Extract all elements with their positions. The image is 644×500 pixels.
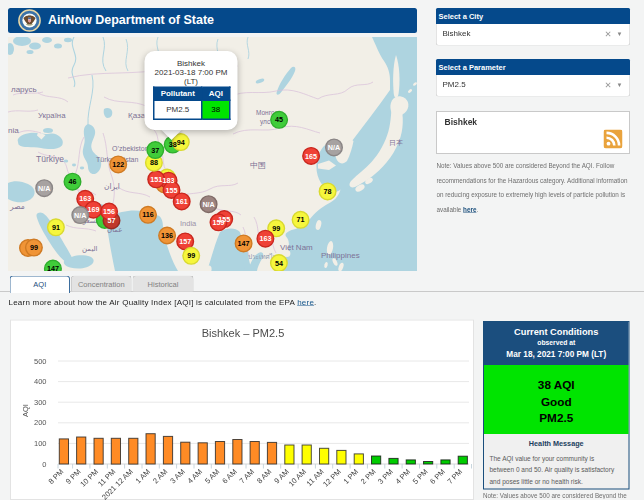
svg-text:200: 200 [34, 418, 47, 427]
svg-text:7 PM: 7 PM [445, 467, 464, 486]
svg-text:ларусь: ларусь [11, 85, 37, 94]
svg-text:10 PM: 10 PM [78, 467, 100, 489]
svg-text:183: 183 [163, 176, 175, 185]
svg-text:300: 300 [34, 398, 47, 407]
svg-text:12 PM: 12 PM [321, 467, 343, 489]
svg-text:78: 78 [324, 187, 332, 196]
svg-text:88: 88 [150, 158, 158, 167]
svg-text:5 AM: 5 AM [203, 467, 221, 485]
svg-text:54: 54 [275, 259, 283, 268]
svg-text:46: 46 [69, 177, 77, 186]
svg-text:0: 0 [42, 460, 46, 469]
svg-text:99: 99 [272, 224, 280, 233]
svg-text:71: 71 [297, 215, 305, 224]
svg-text:اليمن: اليمن [82, 245, 98, 253]
svg-text:159: 159 [213, 218, 225, 227]
svg-text:147: 147 [47, 264, 59, 271]
svg-text:6 AM: 6 AM [220, 467, 238, 485]
svg-text:N/A: N/A [74, 211, 86, 220]
svg-text:99: 99 [187, 251, 195, 260]
svg-text:163: 163 [259, 234, 271, 243]
svg-text:155: 155 [166, 186, 178, 195]
svg-text:147: 147 [238, 239, 250, 248]
svg-text:AQI: AQI [21, 404, 30, 417]
svg-text:161: 161 [176, 197, 188, 206]
svg-text:7 AM: 7 AM [238, 467, 256, 485]
svg-text:116: 116 [142, 210, 154, 219]
svg-text:中国: 中国 [250, 161, 266, 170]
svg-text:163: 163 [79, 194, 91, 203]
svg-text:157: 157 [179, 237, 191, 246]
svg-text:91: 91 [52, 223, 60, 232]
svg-text:151: 151 [150, 175, 162, 184]
svg-text:400: 400 [34, 377, 47, 386]
svg-text:O’zbekiston: O’zbekiston [112, 145, 149, 152]
svg-text:136: 136 [161, 231, 173, 240]
svg-text:3 AM: 3 AM [168, 467, 186, 485]
svg-text:156: 156 [103, 207, 115, 216]
svg-text:8 AM: 8 AM [255, 467, 273, 485]
svg-text:1 AM: 1 AM [134, 467, 152, 485]
svg-text:37: 37 [151, 146, 159, 155]
svg-text:Philippines: Philippines [321, 251, 360, 260]
svg-text:улс: улс [260, 118, 271, 126]
svg-text:مصر: مصر [9, 202, 25, 211]
svg-text:3 PM: 3 PM [376, 467, 395, 486]
svg-text:122: 122 [112, 160, 124, 169]
svg-text:日本: 日本 [389, 139, 403, 147]
svg-text:500: 500 [34, 357, 47, 366]
svg-text:45: 45 [275, 115, 283, 124]
svg-text:57: 57 [108, 216, 116, 225]
svg-text:1 PM: 1 PM [341, 467, 360, 486]
svg-text:4 AM: 4 AM [186, 467, 204, 485]
svg-text:Bishkek – PM2.5: Bishkek – PM2.5 [202, 327, 285, 339]
svg-text:Türkiye: Türkiye [36, 154, 64, 164]
svg-text:5 PM: 5 PM [411, 467, 430, 486]
svg-text:4 PM: 4 PM [393, 467, 412, 486]
svg-text:94: 94 [177, 138, 185, 147]
svg-text:38: 38 [169, 140, 177, 149]
svg-text:10 AM: 10 AM [287, 467, 308, 488]
svg-text:N/A: N/A [202, 200, 214, 209]
svg-text:2 PM: 2 PM [359, 467, 378, 486]
svg-text:nia: nia [8, 126, 19, 135]
svg-text:N/A: N/A [328, 143, 340, 152]
svg-text:6 PM: 6 PM [428, 467, 447, 486]
svg-text:2 AM: 2 AM [151, 467, 169, 485]
svg-text:Україна: Україна [38, 111, 66, 120]
svg-text:169: 169 [87, 205, 99, 214]
svg-text:N/A: N/A [38, 184, 50, 193]
svg-text:100: 100 [34, 439, 47, 448]
svg-text:99: 99 [30, 243, 38, 252]
svg-text:165: 165 [305, 152, 317, 161]
svg-text:Việt Nam: Việt Nam [280, 243, 313, 252]
svg-text:8 PM: 8 PM [47, 467, 66, 486]
svg-text:India: India [180, 219, 197, 228]
svg-text:ایران: ایران [104, 182, 120, 191]
